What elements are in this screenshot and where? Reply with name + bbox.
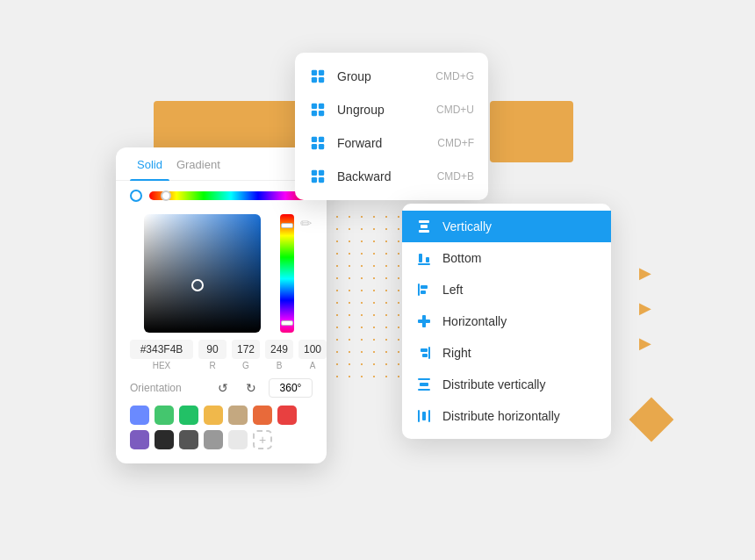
align-item-vertically[interactable]: Vertically bbox=[402, 211, 611, 242]
svg-rect-15 bbox=[319, 177, 324, 183]
color-swatch[interactable] bbox=[228, 430, 248, 449]
rotate-right-button[interactable]: ↻ bbox=[241, 377, 262, 398]
menu-shortcut: CMD+U bbox=[436, 104, 474, 116]
svg-rect-30 bbox=[418, 378, 430, 380]
align-label: Vertically bbox=[442, 219, 492, 233]
orange-rect-2 bbox=[490, 101, 573, 162]
r-col: R bbox=[198, 340, 226, 370]
chevron-right-2: ▶ bbox=[639, 298, 651, 318]
align-icon bbox=[416, 219, 432, 234]
color-swatch[interactable] bbox=[277, 406, 297, 425]
ungroup-icon bbox=[309, 101, 327, 118]
svg-rect-32 bbox=[418, 389, 430, 391]
svg-rect-13 bbox=[319, 170, 324, 176]
svg-rect-5 bbox=[319, 104, 324, 109]
color-swatch[interactable] bbox=[253, 406, 272, 425]
a-input[interactable] bbox=[298, 340, 327, 359]
color-swatch[interactable] bbox=[228, 406, 248, 425]
hex-label: HEX bbox=[153, 361, 171, 370]
g-input[interactable] bbox=[232, 340, 260, 359]
menu-shortcut: CMD+F bbox=[437, 137, 474, 149]
menu-label: Forward bbox=[337, 136, 427, 150]
swatches-row: + bbox=[116, 398, 327, 449]
align-icon bbox=[416, 377, 432, 392]
align-label: Left bbox=[442, 283, 463, 297]
menu-item-ungroup[interactable]: Ungroup CMD+U bbox=[295, 93, 488, 126]
menu-item-backward[interactable]: Backward CMD+B bbox=[295, 160, 488, 193]
add-swatch-button[interactable]: + bbox=[253, 430, 272, 449]
align-item-distribute-horizontally[interactable]: Distribute horizontally bbox=[402, 400, 611, 432]
svg-rect-18 bbox=[419, 230, 429, 233]
gradient-cursor bbox=[191, 279, 204, 291]
menu-label: Group bbox=[337, 69, 425, 83]
menu-shortcut: CMD+B bbox=[437, 170, 474, 183]
a-col: A bbox=[298, 340, 327, 370]
chevron-right-1: ▶ bbox=[639, 263, 651, 283]
svg-rect-14 bbox=[312, 177, 317, 183]
align-label: Right bbox=[442, 346, 471, 360]
color-swatch[interactable] bbox=[130, 430, 149, 449]
svg-rect-33 bbox=[418, 410, 420, 422]
svg-rect-22 bbox=[418, 284, 420, 296]
menu-item-group[interactable]: Group CMD+G bbox=[295, 60, 488, 93]
align-label: Horizontally bbox=[442, 314, 507, 328]
svg-rect-9 bbox=[319, 137, 324, 142]
align-item-distribute-vertically[interactable]: Distribute vertically bbox=[402, 369, 611, 400]
align-label: Bottom bbox=[442, 251, 481, 265]
align-icon bbox=[416, 250, 432, 266]
align-icon bbox=[416, 408, 432, 424]
svg-rect-10 bbox=[312, 144, 317, 149]
r-label: R bbox=[209, 361, 215, 370]
svg-rect-7 bbox=[319, 111, 324, 116]
forward-icon bbox=[309, 134, 327, 152]
color-strip[interactable] bbox=[280, 214, 294, 333]
color-swatch[interactable] bbox=[179, 406, 198, 425]
align-item-right[interactable]: Right bbox=[402, 337, 611, 369]
color-strip-area: ✏ bbox=[130, 214, 313, 333]
svg-rect-11 bbox=[319, 144, 324, 149]
strip-thumb-top bbox=[281, 223, 293, 228]
tab-solid[interactable]: Solid bbox=[130, 147, 169, 180]
menu-label: Backward bbox=[337, 169, 427, 183]
gradient-picker[interactable] bbox=[144, 214, 261, 333]
color-swatch[interactable] bbox=[155, 430, 174, 449]
color-swatch[interactable] bbox=[204, 406, 223, 425]
degree-input[interactable] bbox=[269, 378, 313, 398]
a-label: A bbox=[310, 361, 316, 370]
svg-rect-6 bbox=[312, 111, 317, 116]
svg-rect-16 bbox=[419, 220, 429, 223]
align-item-left[interactable]: Left bbox=[402, 274, 611, 305]
menu-label: Ungroup bbox=[337, 103, 426, 117]
hue-circle bbox=[130, 190, 142, 202]
align-menu: Vertically Bottom Left Horizontally Righ… bbox=[402, 204, 611, 439]
svg-rect-31 bbox=[420, 383, 428, 386]
align-item-horizontally[interactable]: Horizontally bbox=[402, 305, 611, 337]
color-swatch[interactable] bbox=[179, 430, 198, 449]
menu-item-forward[interactable]: Forward CMD+F bbox=[295, 126, 488, 160]
align-item-bottom[interactable]: Bottom bbox=[402, 242, 611, 274]
diamond-shape bbox=[629, 398, 674, 442]
orientation-row: Orientation ↺ ↻ bbox=[116, 370, 327, 398]
color-swatch[interactable] bbox=[155, 406, 174, 425]
hex-input[interactable] bbox=[130, 340, 193, 359]
svg-rect-34 bbox=[422, 412, 426, 420]
svg-rect-35 bbox=[428, 410, 430, 422]
rotate-left-button[interactable]: ↺ bbox=[212, 377, 234, 398]
chevron-right-3: ▶ bbox=[639, 334, 651, 353]
eyedropper-icon[interactable]: ✏ bbox=[299, 214, 313, 232]
svg-rect-1 bbox=[319, 70, 324, 75]
svg-rect-8 bbox=[312, 137, 317, 142]
svg-rect-23 bbox=[421, 285, 428, 289]
color-swatch[interactable] bbox=[130, 406, 149, 425]
align-icon bbox=[416, 313, 432, 329]
svg-rect-26 bbox=[422, 315, 426, 327]
b-input[interactable] bbox=[265, 340, 293, 359]
context-menu: Group CMD+G Ungroup CMD+U Forward CMD+F … bbox=[295, 53, 488, 200]
hue-bar[interactable] bbox=[149, 191, 313, 200]
color-swatch[interactable] bbox=[204, 430, 223, 449]
svg-rect-21 bbox=[418, 263, 430, 265]
hex-row: HEX R G B A bbox=[116, 333, 327, 370]
tab-gradient[interactable]: Gradient bbox=[169, 147, 227, 180]
align-label: Distribute vertically bbox=[442, 377, 545, 391]
r-input[interactable] bbox=[198, 340, 226, 359]
